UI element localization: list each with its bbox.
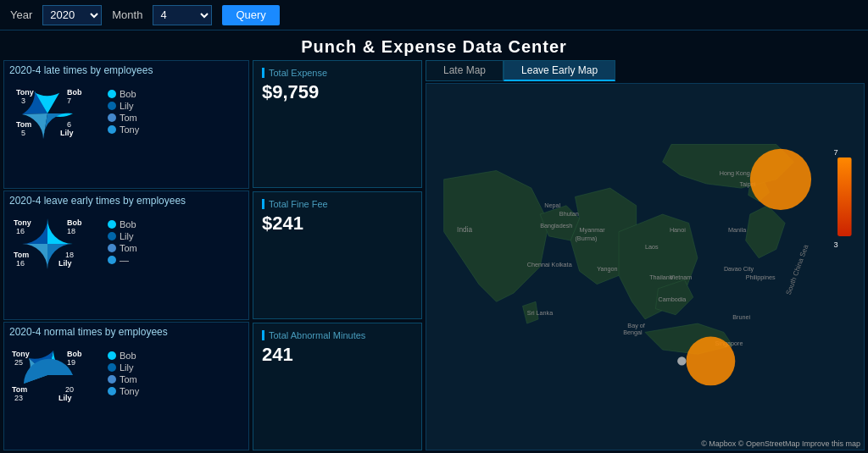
svg-text:16: 16	[16, 259, 25, 268]
map-area: India Nepal Bhutan Bangladesh Myanmar (B…	[426, 83, 865, 450]
svg-text:Lily: Lily	[58, 394, 72, 402]
year-label: Year	[10, 8, 32, 21]
total-fine-value: $241	[262, 213, 413, 235]
month-label: Month	[112, 8, 142, 21]
late-pie-container: Bob 7 Tony 3 Tom 5 Lily 6	[9, 78, 103, 146]
normal-pie-row: Bob 19 Tony 25 Tom 23 Lily 20 Bob	[9, 340, 243, 407]
total-abnormal-value: 241	[262, 344, 413, 366]
total-expense-label: Total Expense	[262, 68, 413, 78]
svg-text:Tony: Tony	[14, 218, 31, 227]
legend-lily-n: Lily	[108, 362, 139, 373]
svg-text:Brunei: Brunei	[732, 313, 750, 321]
svg-text:20: 20	[65, 385, 74, 394]
svg-text:Tom: Tom	[14, 251, 29, 259]
total-fine-card: Total Fine Fee $241	[253, 191, 422, 319]
svg-text:7: 7	[833, 148, 837, 157]
svg-text:25: 25	[14, 358, 23, 367]
svg-rect-50	[837, 157, 852, 236]
svg-text:Lily: Lily	[60, 129, 74, 137]
svg-text:Philippines: Philippines	[746, 273, 776, 281]
svg-text:Cambodia: Cambodia	[658, 296, 687, 303]
normal-section: 2020-4 normal times by employees Bob	[3, 322, 249, 450]
leave-early-pie-row: Bob 18 Tony 16 Tom 16 Lily 18 Bob	[9, 208, 243, 276]
late-pie-svg: Bob 7 Tony 3 Tom 5 Lily 6	[9, 78, 103, 150]
middle-column: Total Expense $9,759 Total Fine Fee $241…	[253, 60, 422, 450]
late-legend: Bob Lily Tom Tony	[108, 89, 139, 135]
query-button[interactable]: Query	[222, 5, 279, 25]
svg-text:Hanoi: Hanoi	[670, 226, 686, 234]
normal-title: 2020-4 normal times by employees	[9, 326, 243, 338]
svg-text:Vietnam: Vietnam	[670, 273, 692, 281]
svg-text:6: 6	[67, 120, 71, 129]
legend-lily-le: Lily	[108, 231, 137, 241]
svg-text:Bob: Bob	[67, 350, 82, 358]
svg-text:Tony: Tony	[16, 88, 34, 97]
legend-lily-late: Lily	[108, 101, 139, 111]
late-section: 2020-4 late times by employees	[3, 60, 249, 189]
bubble-medium	[687, 337, 736, 386]
svg-text:18: 18	[65, 251, 74, 259]
total-expense-value: $9,759	[262, 81, 413, 103]
bubble-large	[750, 149, 811, 210]
svg-text:Bangladesh: Bangladesh	[540, 222, 572, 229]
svg-text:Bob: Bob	[67, 88, 82, 97]
leave-early-legend: Bob Lily Tom —	[108, 219, 137, 265]
legend-dash-le: —	[108, 255, 137, 265]
svg-text:Davao City: Davao City	[724, 265, 754, 273]
late-pie-row: Bob 7 Tony 3 Tom 5 Lily 6 Bob	[9, 78, 243, 146]
svg-text:(Burma): (Burma)	[575, 235, 597, 242]
top-bar: Year 2020 Month 4 Query	[0, 0, 868, 30]
leave-early-title: 2020-4 leave early times by employees	[9, 195, 243, 207]
total-fine-label: Total Fine Fee	[262, 199, 413, 209]
year-select[interactable]: 2020	[42, 5, 102, 25]
tom-dot	[108, 113, 116, 122]
svg-text:18: 18	[67, 227, 75, 235]
svg-text:Lily: Lily	[58, 259, 72, 268]
lily-dot	[108, 102, 116, 110]
leave-early-section: 2020-4 leave early times by employees Bo…	[3, 191, 249, 319]
legend-bob-n: Bob	[108, 351, 139, 361]
normal-pie-container: Bob 19 Tony 25 Tom 23 Lily 20	[9, 340, 103, 407]
legend-tony-late: Tony	[108, 124, 139, 135]
late-title: 2020-4 late times by employees	[9, 64, 243, 76]
svg-text:Manila: Manila	[728, 226, 747, 234]
svg-text:3: 3	[833, 240, 837, 249]
left-column: 2020-4 late times by employees	[3, 60, 249, 450]
svg-text:Hong Kong: Hong Kong	[720, 169, 750, 177]
leave-early-pie-container: Bob 18 Tony 16 Tom 16 Lily 18	[9, 208, 103, 276]
svg-text:Chennai: Chennai	[527, 261, 550, 268]
month-select[interactable]: 4	[153, 5, 212, 25]
tony-dot	[108, 125, 116, 134]
svg-text:Tom: Tom	[16, 120, 31, 129]
map-svg: India Nepal Bhutan Bangladesh Myanmar (B…	[426, 84, 864, 450]
svg-text:Bengal: Bengal	[623, 329, 643, 336]
map-tabs: Late Map Leave Early Map	[426, 60, 865, 81]
svg-text:Myanmar: Myanmar	[580, 226, 606, 234]
svg-text:Kolkata: Kolkata	[552, 261, 573, 268]
total-expense-card: Total Expense $9,759	[253, 60, 422, 188]
svg-text:7: 7	[67, 97, 71, 105]
svg-text:Nepal: Nepal	[544, 202, 560, 209]
legend-tony-n: Tony	[108, 386, 139, 396]
legend-tom-late: Tom	[108, 113, 139, 123]
tab-leave-early-map[interactable]: Leave Early Map	[504, 60, 615, 81]
svg-text:16: 16	[16, 227, 25, 235]
legend-tom-n: Tom	[108, 374, 139, 384]
svg-text:Sri Lanka: Sri Lanka	[527, 309, 554, 317]
svg-text:Tom: Tom	[12, 385, 27, 394]
svg-text:Laos: Laos	[645, 243, 659, 251]
total-abnormal-card: Total Abnormal Minutes 241	[253, 323, 422, 450]
svg-text:5: 5	[21, 129, 25, 137]
normal-legend: Bob Lily Tom Tony	[108, 351, 139, 396]
page-title: Punch & Expense Data Center	[0, 30, 868, 60]
map-credit: © Mapbox © OpenStreetMap Improve this ma…	[701, 439, 860, 448]
svg-text:23: 23	[14, 394, 23, 402]
svg-text:Tony: Tony	[12, 350, 30, 358]
bob-dot	[108, 90, 116, 98]
svg-text:19: 19	[67, 358, 75, 367]
svg-text:Yangon: Yangon	[597, 265, 617, 273]
svg-text:3: 3	[21, 97, 25, 105]
total-abnormal-label: Total Abnormal Minutes	[262, 330, 413, 340]
tab-late-map[interactable]: Late Map	[426, 60, 504, 81]
normal-pie-svg: Bob 19 Tony 25 Tom 23 Lily 20	[9, 340, 103, 412]
